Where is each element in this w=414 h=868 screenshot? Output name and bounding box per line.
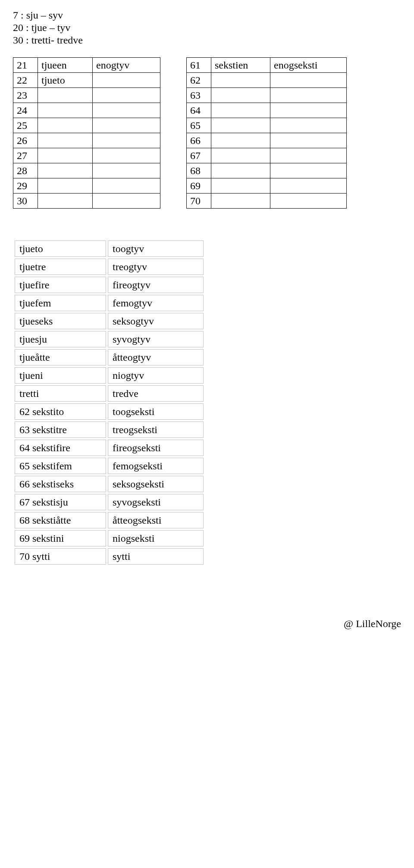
footer-credit: @ LilleNorge bbox=[13, 618, 401, 630]
word-cell: 69 sekstini bbox=[15, 530, 106, 546]
word-cell bbox=[38, 148, 93, 163]
word-cell bbox=[270, 178, 347, 194]
intro-line-1: 7 : sju – syv bbox=[13, 9, 401, 21]
word-cell bbox=[38, 163, 93, 178]
intro-line-3: 30 : tretti- tredve bbox=[13, 34, 401, 46]
number-table-right: 61sekstienenogseksti 62 63 64 65 66 67 6… bbox=[186, 57, 347, 209]
word-cell bbox=[93, 133, 160, 148]
word-cell: tjuefire bbox=[15, 277, 106, 293]
table-row: tjuetretreogtyv bbox=[15, 259, 204, 275]
word-cell: treogseksti bbox=[108, 422, 204, 438]
word-cell: niogtyv bbox=[108, 367, 204, 384]
num-cell: 21 bbox=[13, 58, 38, 73]
word-cell bbox=[93, 73, 160, 88]
table-row: 29 bbox=[13, 178, 160, 194]
word-cell bbox=[93, 88, 160, 103]
num-cell: 29 bbox=[13, 178, 38, 194]
word-cell bbox=[211, 88, 270, 103]
word-cell: tredve bbox=[108, 385, 204, 402]
word-cell: 62 sekstito bbox=[15, 403, 106, 420]
word-pair-table: tjuetotoogtyv tjuetretreogtyv tjuefirefi… bbox=[13, 239, 205, 566]
tables-row: 21tjueenenogtyv 22tjueto 23 24 25 26 27 … bbox=[13, 57, 401, 209]
table-row: 61sekstienenogseksti bbox=[187, 58, 347, 73]
word-cell: tjuetre bbox=[15, 259, 106, 275]
num-cell: 22 bbox=[13, 73, 38, 88]
num-cell: 65 bbox=[187, 118, 211, 133]
number-table-left: 21tjueenenogtyv 22tjueto 23 24 25 26 27 … bbox=[13, 57, 160, 209]
word-cell: tjueåtte bbox=[15, 349, 106, 365]
word-cell bbox=[211, 118, 270, 133]
word-cell: niogseksti bbox=[108, 530, 204, 546]
word-cell: åtteogseksti bbox=[108, 512, 204, 528]
word-cell bbox=[211, 178, 270, 194]
word-cell: fireogtyv bbox=[108, 277, 204, 293]
word-cell bbox=[38, 194, 93, 209]
intro-line-2: 20 : tjue – tyv bbox=[13, 22, 401, 34]
table-row: 68 bbox=[187, 163, 347, 178]
table-row: 63 bbox=[187, 88, 347, 103]
table-row: 68 sekstiåtteåtteogseksti bbox=[15, 512, 204, 528]
num-cell: 70 bbox=[187, 194, 211, 209]
table-row: 65 sekstifemfemogseksti bbox=[15, 458, 204, 474]
table-row: tjuefirefireogtyv bbox=[15, 277, 204, 293]
word-cell: seksogtyv bbox=[108, 313, 204, 329]
word-cell bbox=[38, 88, 93, 103]
word-cell bbox=[38, 103, 93, 118]
num-cell: 26 bbox=[13, 133, 38, 148]
word-cell bbox=[93, 194, 160, 209]
word-cell: 67 sekstisju bbox=[15, 494, 106, 510]
word-cell bbox=[270, 163, 347, 178]
table-row: tjueniniogtyv bbox=[15, 367, 204, 384]
word-cell: enogtyv bbox=[93, 58, 160, 73]
num-cell: 66 bbox=[187, 133, 211, 148]
table-row: tjuetotoogtyv bbox=[15, 240, 204, 257]
word-cell bbox=[38, 133, 93, 148]
word-cell: tjuefem bbox=[15, 295, 106, 311]
word-cell: tjueto bbox=[15, 240, 106, 257]
word-cell bbox=[270, 118, 347, 133]
table-row: 66 sekstiseksseksogseksti bbox=[15, 476, 204, 492]
word-cell: tjueto bbox=[38, 73, 93, 88]
table-row: 70 syttisytti bbox=[15, 548, 204, 565]
word-cell: tretti bbox=[15, 385, 106, 402]
table-row: tjuefemfemogtyv bbox=[15, 295, 204, 311]
table-row: 66 bbox=[187, 133, 347, 148]
table-row: 69 bbox=[187, 178, 347, 194]
word-cell bbox=[211, 194, 270, 209]
intro-block: 7 : sju – syv 20 : tjue – tyv 30 : trett… bbox=[13, 9, 401, 46]
word-cell: syvogseksti bbox=[108, 494, 204, 510]
word-cell bbox=[270, 88, 347, 103]
num-cell: 23 bbox=[13, 88, 38, 103]
word-cell: åtteogtyv bbox=[108, 349, 204, 365]
word-cell bbox=[93, 118, 160, 133]
word-cell bbox=[93, 163, 160, 178]
word-cell bbox=[211, 73, 270, 88]
word-cell: 63 sekstitre bbox=[15, 422, 106, 438]
table-row: 67 sekstisjusyvogseksti bbox=[15, 494, 204, 510]
table-row: 62 sekstitotoogseksti bbox=[15, 403, 204, 420]
table-row: 64 sekstifirefireogseksti bbox=[15, 440, 204, 456]
word-cell: femogtyv bbox=[108, 295, 204, 311]
num-cell: 24 bbox=[13, 103, 38, 118]
table-row: 27 bbox=[13, 148, 160, 163]
word-cell bbox=[211, 133, 270, 148]
word-cell bbox=[211, 103, 270, 118]
table-row: 63 sekstitretreogseksti bbox=[15, 422, 204, 438]
word-cell bbox=[270, 73, 347, 88]
table-row: 24 bbox=[13, 103, 160, 118]
word-cell bbox=[270, 148, 347, 163]
word-cell: 68 sekstiåtte bbox=[15, 512, 106, 528]
num-cell: 28 bbox=[13, 163, 38, 178]
table-row: 65 bbox=[187, 118, 347, 133]
table-row: 22tjueto bbox=[13, 73, 160, 88]
word-cell: toogseksti bbox=[108, 403, 204, 420]
word-cell: toogtyv bbox=[108, 240, 204, 257]
word-cell: tjueni bbox=[15, 367, 106, 384]
table-row: 30 bbox=[13, 194, 160, 209]
table-row: 26 bbox=[13, 133, 160, 148]
word-cell bbox=[211, 163, 270, 178]
word-cell: fireogseksti bbox=[108, 440, 204, 456]
word-cell bbox=[270, 194, 347, 209]
word-cell bbox=[38, 118, 93, 133]
table-row: 25 bbox=[13, 118, 160, 133]
